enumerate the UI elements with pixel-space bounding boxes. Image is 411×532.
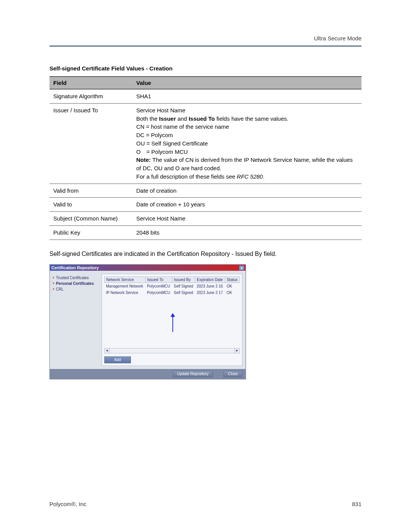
cell-value: Date of creation [132,184,362,198]
grid-col-service[interactable]: Network Service [105,276,146,283]
grid-cell: Management Network [105,283,146,289]
cell-value: Service Host Name [132,212,362,226]
svg-marker-1 [170,313,175,317]
certificates-grid: Network Service Issued To Issued By Expi… [104,276,240,296]
page-footer: Polycom®, Inc 831 [49,501,362,507]
cell-field: Public Key [49,225,132,240]
col-field: Field [49,77,132,89]
cell-value: Date of creation + 10 years [132,198,362,212]
grid-cell: OK [225,289,239,296]
text-line: CN = host name of the service name [136,123,358,131]
grid-cell: PolycomMCU [145,289,172,296]
tree-panel: Trusted Certificates Personal Certificat… [53,274,99,366]
cell-field: Valid to [49,198,132,212]
update-repository-button[interactable]: Update Repository [173,371,213,377]
page-header: Ultra Secure Mode [49,35,362,42]
table-row: Valid to Date of creation + 10 years [49,198,362,212]
table-title: Self-signed Certificate Field Values - C… [49,65,362,72]
grid-col-issued-by[interactable]: Issued By [172,276,195,283]
text-line: Note: The value of CN is derived from th… [136,156,358,173]
tree-item-personal[interactable]: Personal Certificates [53,281,99,286]
certification-repository-dialog: Certification Repository x Trusted Certi… [49,264,246,379]
table-row: Valid from Date of creation [49,184,362,198]
add-button[interactable]: Add [104,356,131,363]
grid-cell: Self Signed [172,283,195,289]
footer-company: Polycom®, Inc [49,501,86,507]
grid-cell: PolycomMCU [145,283,172,289]
text-line: Service Host Name [136,106,358,115]
content-panel: Network Service Issued To Issued By Expi… [102,274,242,366]
tree-item-crl[interactable]: CRL [53,286,99,292]
grid-cell: 2023 June 2 17 [195,289,225,296]
text-line: Both the Issuer and Issued To fields hav… [136,115,358,123]
arrow-icon [53,276,54,279]
scroll-track[interactable] [110,348,234,353]
arrow-icon [53,288,54,290]
text-line: For a full description of these fields s… [136,173,358,181]
grid-col-issued-to[interactable]: Issued To [145,276,172,283]
cell-field: Issuer / Issued To [49,103,132,184]
horizontal-scrollbar[interactable]: ◄ ► [104,348,240,353]
tree-label: Personal Certificates [56,281,94,286]
table-row: Public Key 2048 bits [49,225,362,240]
close-button[interactable]: Close [223,371,242,377]
col-value: Value [132,77,362,89]
callout-arrow-icon [170,313,176,332]
grid-empty-area [104,296,240,347]
tree-label: Trusted Certificates [56,276,89,280]
certificate-table: Field Value Signature Algorithm SHA1 Iss… [49,76,362,240]
grid-cell: 2023 June 2 16 [195,283,225,289]
cell-value: Service Host Name Both the Issuer and Is… [132,103,362,184]
grid-row[interactable]: Management Network PolycomMCU Self Signe… [105,283,240,289]
scroll-left-icon[interactable]: ◄ [104,348,110,353]
close-icon[interactable]: x [239,265,244,270]
scroll-right-icon[interactable]: ► [234,348,240,353]
text-line: O = Polycom MCU [136,148,358,156]
grid-cell: IP Network Service [105,289,146,296]
dialog-footer: Update Repository Close [50,369,245,379]
table-row: Signature Algorithm SHA1 [49,89,362,103]
footer-page-number: 831 [352,501,362,507]
text-line: DC = Polycom [136,131,358,139]
tree-label: CRL [56,287,64,291]
cell-field: Valid from [49,184,132,198]
text-line: OU = Self Signed Certificate [136,139,358,148]
cell-field: Signature Algorithm [49,89,132,103]
grid-row[interactable]: IP Network Service PolycomMCU Self Signe… [105,289,240,296]
table-row: Subject (Common Name) Service Host Name [49,212,362,226]
cell-field: Subject (Common Name) [49,212,132,226]
grid-col-expiration[interactable]: Expiration Date [195,276,225,283]
table-row: Issuer / Issued To Service Host Name Bot… [49,103,362,184]
body-paragraph: Self-signed Certificates are indicated i… [49,251,362,257]
cell-value: SHA1 [132,89,362,103]
arrow-icon [53,282,54,284]
grid-col-status[interactable]: Status [225,276,239,283]
cell-value: 2048 bits [132,225,362,240]
dialog-title: Certification Repository [51,265,99,270]
header-rule [49,45,362,47]
tree-item-trusted[interactable]: Trusted Certificates [53,275,99,281]
grid-cell: Self Signed [172,289,195,296]
grid-cell: OK [225,283,239,289]
dialog-titlebar[interactable]: Certification Repository x [50,265,245,271]
